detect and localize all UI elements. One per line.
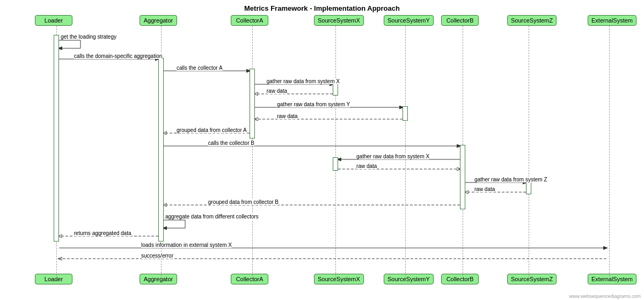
lifeline-sourceZ xyxy=(529,26,529,279)
lifeline-collectorA xyxy=(252,26,253,279)
msg-label-14: aggregate data from different collectors xyxy=(165,214,259,219)
watermark: www.websequencediagrams.com xyxy=(569,294,641,299)
msg-label-13: grouped data from collector B xyxy=(208,199,279,205)
diagram-title: Metrics Framework - Implementation Appro… xyxy=(0,0,644,12)
msg-label-12: raw data xyxy=(474,186,495,192)
activation-box xyxy=(460,145,465,209)
msg-label-2: calls the collector A xyxy=(177,65,223,71)
msg-label-15: returns aggregated data xyxy=(74,230,131,236)
msg-label-0: get the loading strategy xyxy=(61,34,116,40)
actor-bottom-external: ExternalSystem xyxy=(588,274,636,284)
msg-label-8: calls the collector B xyxy=(208,140,254,146)
msg-label-6: raw data xyxy=(277,113,297,119)
actor-bottom-aggregator: Aggregator xyxy=(140,274,177,284)
actor-bottom-sourceY: SourceSystemY xyxy=(384,274,434,284)
activation-box xyxy=(158,58,164,242)
activation-box xyxy=(54,35,59,242)
msg-label-17: success/error xyxy=(141,253,173,259)
actor-top-collectorB: CollectorB xyxy=(441,15,479,26)
lifeline-sourceY xyxy=(405,26,406,279)
activation-box xyxy=(333,157,338,171)
msg-label-3: gather raw data from system X xyxy=(267,78,340,84)
diagram-container: Metrics Framework - Implementation Appro… xyxy=(0,0,644,300)
actor-top-sourceX: SourceSystemX xyxy=(314,15,364,26)
actor-bottom-loader: Loader xyxy=(35,274,72,284)
activation-box xyxy=(250,69,255,138)
msg-label-5: gather raw data from system Y xyxy=(277,101,350,107)
actor-top-sourceY: SourceSystemY xyxy=(384,15,434,26)
msg-label-9: gather raw data from system X xyxy=(356,153,429,159)
actor-top-aggregator: Aggregator xyxy=(140,15,177,26)
msg-label-1: calls the domain-specific aggregation xyxy=(74,53,163,59)
msg-label-11: gather raw data from system Z xyxy=(474,177,547,182)
actor-top-loader: Loader xyxy=(35,15,72,26)
actor-top-external: ExternalSystem xyxy=(588,15,636,26)
actor-top-sourceZ: SourceSystemZ xyxy=(507,15,557,26)
actor-bottom-collectorB: CollectorB xyxy=(441,274,479,284)
msg-label-4: raw data xyxy=(267,88,287,94)
activation-box xyxy=(402,106,408,121)
actor-bottom-sourceX: SourceSystemX xyxy=(314,274,364,284)
msg-label-16: loads information in external system X xyxy=(141,242,232,248)
lifeline-external xyxy=(609,26,610,279)
msg-label-10: raw data xyxy=(356,163,377,169)
arrows-svg xyxy=(0,0,644,300)
msg-label-7: grouped data from collector A xyxy=(177,127,247,133)
actor-top-collectorA: CollectorA xyxy=(231,15,268,26)
actor-bottom-sourceZ: SourceSystemZ xyxy=(507,274,557,284)
actor-bottom-collectorA: CollectorA xyxy=(231,274,268,284)
lifeline-sourceX xyxy=(335,26,336,279)
